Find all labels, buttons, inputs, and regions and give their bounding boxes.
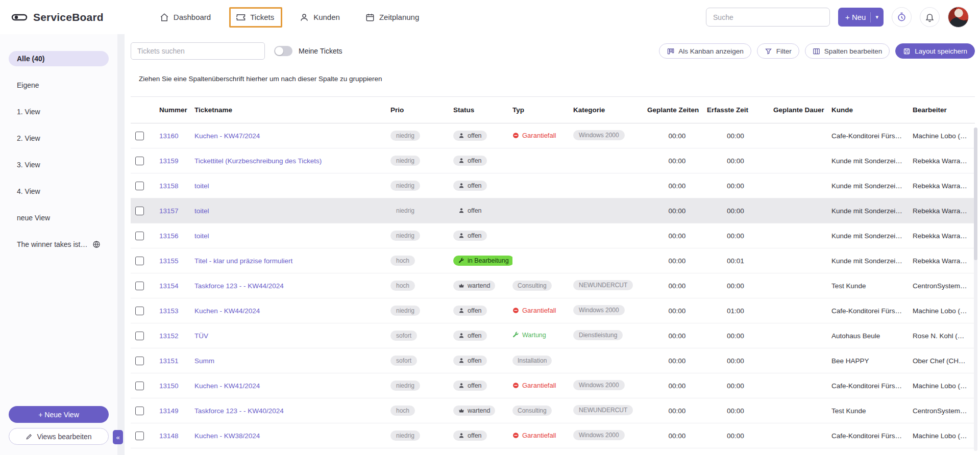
neue-view-button[interactable]: + Neue View xyxy=(9,406,109,423)
sidebar-collapse-button[interactable]: « xyxy=(113,430,123,444)
ticket-row[interactable]: 13160 Kuchen - KW47/2024 niedrig offen xyxy=(131,123,975,148)
prio-badge: niedrig xyxy=(390,181,420,191)
column-header-ticketname[interactable]: Ticketname xyxy=(194,106,390,114)
kunde-cell: Cafe-Konditorei Fürst… xyxy=(825,132,909,140)
row-checkbox[interactable] xyxy=(135,382,144,390)
status-label: offen xyxy=(468,157,482,164)
column-header-typ[interactable]: Typ xyxy=(512,106,573,114)
ticket-number-link[interactable]: 13160 xyxy=(159,132,194,140)
column-header-status[interactable]: Status xyxy=(453,106,512,114)
column-header-geplante-dauer[interactable]: Geplante Dauer xyxy=(764,106,825,114)
column-header-kategorie[interactable]: Kategorie xyxy=(573,106,647,114)
ticket-row[interactable]: 13156 toitel niedrig offen xyxy=(131,223,975,248)
ticket-number-link[interactable]: 13153 xyxy=(159,307,194,315)
row-checkbox[interactable] xyxy=(135,307,144,315)
ticket-row[interactable]: 13159 Tickettitel (Kurzbeschreibung des … xyxy=(131,148,975,173)
ticket-name-link[interactable]: TÜV xyxy=(194,332,390,340)
user-avatar[interactable] xyxy=(948,7,969,28)
nav-label-zeitplanung: Zeitplanung xyxy=(379,13,419,21)
row-checkbox[interactable] xyxy=(135,132,144,140)
ticket-row[interactable]: 13158 toitel niedrig offen xyxy=(131,173,975,198)
ticket-row[interactable]: 13154 Taskforce 123 - - KW44/2024 hoch w… xyxy=(131,273,975,298)
row-checkbox[interactable] xyxy=(135,432,144,440)
ticket-name-link[interactable]: toitel xyxy=(194,207,390,215)
ticket-number-link[interactable]: 13152 xyxy=(159,332,194,340)
vertical-scrollbar[interactable] xyxy=(974,128,977,451)
nav-item-dashboard[interactable]: Dashboard xyxy=(159,10,212,25)
ticket-row[interactable]: 13148 Kuchen - KW38/2024 niedrig offen xyxy=(131,423,975,448)
column-header-prio[interactable]: Prio xyxy=(390,106,453,114)
timer-button[interactable] xyxy=(892,7,912,27)
row-checkbox[interactable] xyxy=(135,282,144,290)
row-checkbox[interactable] xyxy=(135,357,144,365)
ticket-name-link[interactable]: Kuchen - KW41/2024 xyxy=(194,382,390,390)
column-header-nummer[interactable]: Nummer xyxy=(159,106,194,114)
sidebar-view-item[interactable]: The winner takes ist … xyxy=(9,237,109,252)
tickets-search-input[interactable] xyxy=(131,42,265,60)
layout-speichern-button[interactable]: Layout speichern xyxy=(895,43,975,59)
geplante-zeiten-cell: 00:00 xyxy=(647,307,707,315)
kanban-view-button[interactable]: Als Kanban anzeigen xyxy=(659,43,751,59)
row-checkbox[interactable] xyxy=(135,257,144,265)
ticket-row[interactable]: 13149 Taskforce 123 - - KW40/2024 hoch w… xyxy=(131,398,975,423)
ticket-name-link[interactable]: Titel - klar und präzise formuliert xyxy=(194,257,390,265)
sidebar-view-item[interactable]: 4. View xyxy=(9,184,109,199)
nav-item-zeitplanung[interactable]: Zeitplanung xyxy=(364,10,420,25)
global-search-input[interactable] xyxy=(706,8,830,27)
ticket-name-link[interactable]: Kuchen - KW47/2024 xyxy=(194,132,390,140)
notifications-button[interactable] xyxy=(920,7,940,27)
views-bearbeiten-button[interactable]: Views bearbeiten xyxy=(9,428,109,445)
row-checkbox[interactable] xyxy=(135,407,144,415)
ticket-row[interactable]: 13153 Kuchen - KW44/2024 niedrig offen xyxy=(131,298,975,323)
nav-item-tickets[interactable]: Tickets xyxy=(235,10,275,25)
filter-button[interactable]: Filter xyxy=(757,43,799,59)
ticket-row[interactable]: 13157 toitel niedrig offen xyxy=(131,198,975,223)
sidebar-view-item[interactable]: 3. View xyxy=(9,157,109,172)
ticket-number-link[interactable]: 13159 xyxy=(159,157,194,165)
row-checkbox[interactable] xyxy=(135,157,144,165)
brand[interactable]: ServiceBoard xyxy=(11,11,104,23)
ticket-name-link[interactable]: Taskforce 123 - - KW40/2024 xyxy=(194,407,390,415)
ticket-name-link[interactable]: toitel xyxy=(194,232,390,240)
scrollbar-thumb[interactable] xyxy=(974,128,977,260)
ticket-row[interactable]: 13150 Kuchen - KW41/2024 niedrig offen xyxy=(131,373,975,398)
ticket-row[interactable]: 13151 Summ sofort offen xyxy=(131,348,975,373)
ticket-row[interactable]: 13155 Titel - klar und präzise formulier… xyxy=(131,248,975,273)
neu-button[interactable]: + Neu ▾ xyxy=(838,8,884,27)
meine-tickets-toggle[interactable] xyxy=(274,46,292,56)
ticket-name-link[interactable]: toitel xyxy=(194,182,390,190)
ticket-name-link[interactable]: Kuchen - KW38/2024 xyxy=(194,432,390,440)
sidebar-view-item[interactable]: Eigene xyxy=(9,78,109,93)
ticket-number-link[interactable]: 13156 xyxy=(159,232,194,240)
spalten-bearbeiten-button[interactable]: Spalten bearbeiten xyxy=(805,43,890,59)
row-checkbox[interactable] xyxy=(135,332,144,340)
column-header-erfasste-zeit[interactable]: Erfasste Zeit xyxy=(707,106,764,114)
ticket-name-link[interactable]: Kuchen - KW44/2024 xyxy=(194,307,390,315)
row-checkbox[interactable] xyxy=(135,207,144,215)
column-header-geplante-zeiten[interactable]: Geplante Zeiten xyxy=(647,106,707,114)
ticket-number-link[interactable]: 13158 xyxy=(159,182,194,190)
ticket-row[interactable]: 13152 TÜV sofort offen xyxy=(131,323,975,348)
row-checkbox[interactable] xyxy=(135,232,144,240)
ticket-number-link[interactable]: 13157 xyxy=(159,207,194,215)
ticket-number-link[interactable]: 13151 xyxy=(159,357,194,365)
sidebar-view-item[interactable]: 1. View xyxy=(9,104,109,119)
column-header-bearbeiter[interactable]: Bearbeiter xyxy=(909,106,975,114)
ticket-name-link[interactable]: Tickettitel (Kurzbeschreibung des Ticket… xyxy=(194,157,390,165)
ticket-number-link[interactable]: 13154 xyxy=(159,282,194,290)
column-header-kunde[interactable]: Kunde xyxy=(825,106,909,114)
toggle-knob xyxy=(275,47,283,55)
ticket-number-link[interactable]: 13148 xyxy=(159,432,194,440)
ticket-number-link[interactable]: 13149 xyxy=(159,407,194,415)
sidebar-view-item[interactable]: neue View xyxy=(9,210,109,225)
ticket-number-link[interactable]: 13155 xyxy=(159,257,194,265)
sidebar-view-item[interactable]: Alle (40) xyxy=(9,51,109,66)
sidebar-view-item[interactable]: 2. View xyxy=(9,131,109,146)
prio-badge: niedrig xyxy=(390,306,420,316)
ticket-number-link[interactable]: 13150 xyxy=(159,382,194,390)
ticket-name-link[interactable]: Summ xyxy=(194,357,390,365)
nav-item-kunden[interactable]: Kunden xyxy=(299,10,341,25)
main-nav: Dashboard Tickets Kunden Zeitplanung xyxy=(159,10,420,25)
row-checkbox[interactable] xyxy=(135,182,144,190)
ticket-name-link[interactable]: Taskforce 123 - - KW44/2024 xyxy=(194,282,390,290)
